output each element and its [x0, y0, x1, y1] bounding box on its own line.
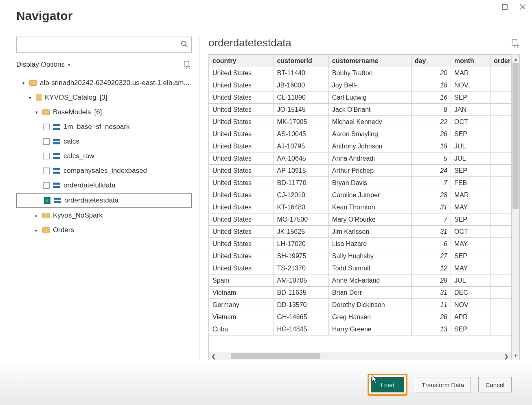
table-cell: [490, 91, 511, 104]
table-icon: [53, 168, 60, 174]
table-cell: CJ-12010: [274, 189, 328, 201]
table-row[interactable]: United StatesBT-11440Bobby Trafton20MAR: [209, 67, 511, 79]
table-cell: [490, 299, 511, 311]
checkbox[interactable]: [43, 168, 50, 174]
close-button[interactable]: [517, 2, 528, 11]
table-row[interactable]: SpainAM-10705Anne McFarland28JUL: [209, 274, 511, 287]
table-cell: JUL: [451, 140, 490, 152]
collapse-icon[interactable]: ▾: [28, 95, 33, 100]
table-cell: OCT: [451, 116, 490, 128]
table-row[interactable]: United StatesTS-21370Todd Sumrall12MAY: [209, 262, 511, 274]
transform-data-button[interactable]: Transform Data: [415, 377, 471, 392]
table-row[interactable]: United StatesAP-10915Arthur Prichep24SEP: [209, 165, 511, 177]
table-cell: FEB: [451, 177, 490, 189]
table-row[interactable]: United StatesKT-16480Kean Thornton31MAY: [209, 201, 511, 213]
tree-table-item[interactable]: orderdatefulldata: [16, 178, 192, 193]
refresh-tree-icon[interactable]: [183, 60, 192, 69]
table-cell: HG-14845: [274, 323, 328, 335]
svg-marker-6: [189, 66, 190, 68]
table-cell: JK-15625: [274, 226, 328, 238]
tree-catalog-label: KYVOS_Catalog: [45, 94, 96, 102]
checkbox[interactable]: [43, 138, 50, 145]
search-icon[interactable]: [177, 40, 191, 50]
table-cell: 18: [411, 79, 451, 91]
expand-icon[interactable]: ▸: [34, 213, 39, 218]
horizontal-scrollbar[interactable]: ❮ ❯: [209, 352, 511, 360]
table-row[interactable]: United StatesSH-19975Sally Hughsby27SEP: [209, 250, 511, 262]
table-row[interactable]: VietnamBD-11635Brian Derr31DEC: [209, 287, 511, 299]
refresh-preview-icon[interactable]: [511, 39, 520, 48]
column-header[interactable]: customerid: [274, 55, 328, 67]
table-row[interactable]: United StatesMO-17500Mary O'Rourke7SEP: [209, 213, 511, 226]
tree-table-item[interactable]: companysales_indexbased: [16, 163, 192, 178]
expand-icon[interactable]: ▸: [34, 228, 39, 233]
tree-table-item[interactable]: calcs_raw: [16, 149, 192, 163]
scroll-left-arrow[interactable]: ❮: [209, 353, 219, 359]
table-cell: NOV: [451, 299, 490, 311]
column-header[interactable]: customername: [328, 55, 411, 67]
vertical-scrollbar[interactable]: ▴ ▾: [511, 54, 519, 360]
left-panel: Display Options ▼ ▾ alb-srinadh20242-624…: [16, 37, 199, 360]
table-row[interactable]: CubaHG-14845Harry Greene13SEP: [209, 323, 511, 335]
tree-root-node[interactable]: ▾ alb-srinadh20242-624920320.us-east-1.e…: [16, 76, 192, 90]
table-row[interactable]: United StatesAA-10645Anna Andreadi5JUL: [209, 152, 511, 165]
table-cell: United States: [209, 104, 274, 116]
scroll-thumb[interactable]: [231, 353, 320, 359]
collapse-icon[interactable]: ▾: [34, 110, 39, 115]
table-cell: Lisa Hazard: [328, 238, 411, 250]
table-row[interactable]: United StatesJB-16000Joy Bell-18NOV: [209, 79, 511, 91]
table-row[interactable]: United StatesAS-10045Aaron Smayling26SEP: [209, 128, 511, 140]
display-options-dropdown[interactable]: Display Options ▼: [16, 61, 71, 69]
table-cell: 11: [411, 299, 451, 311]
cancel-button[interactable]: Cancel: [478, 377, 512, 392]
table-row[interactable]: United StatesBD-11770Bryan Davis7FEB: [209, 177, 511, 189]
table-row[interactable]: United StatesLH-17020Lisa Hazard6MAY: [209, 238, 511, 250]
table-row[interactable]: United StatesCL-11890Carl Ludwig16SEP: [209, 91, 511, 104]
table-row[interactable]: United StatesMK-17905Michael Kennedy22OC…: [209, 116, 511, 128]
column-header[interactable]: country: [209, 55, 274, 67]
column-header[interactable]: day: [411, 55, 451, 67]
table-row[interactable]: United StatesAJ-10795Anthony Johnson18JU…: [209, 140, 511, 152]
checkbox[interactable]: ✓: [44, 197, 50, 204]
svg-marker-8: [517, 44, 519, 46]
table-row[interactable]: GermanyDD-13570Dorothy Dickinson11NOV: [209, 299, 511, 311]
table-row[interactable]: United StatesCJ-12010Caroline Jumper28MA…: [209, 189, 511, 201]
table-cell: [490, 311, 511, 323]
maximize-button[interactable]: [499, 2, 510, 11]
scroll-up-arrow[interactable]: ▴: [512, 56, 519, 62]
scroll-thumb[interactable]: [512, 63, 519, 209]
collapse-icon[interactable]: ▾: [21, 81, 26, 86]
tree-folder-node[interactable]: ▸Kyvos_NoSpark: [16, 208, 192, 223]
table-cell: United States: [209, 177, 274, 189]
window-controls: [499, 2, 528, 11]
tree-basemodels-node[interactable]: ▾ BaseModels [6]: [16, 105, 192, 120]
table-cell: 7: [411, 177, 451, 189]
column-header[interactable]: month: [451, 55, 490, 67]
svg-line-4: [186, 45, 187, 47]
table-cell: [490, 250, 511, 262]
tree-table-item[interactable]: ✓orderdatetestdata: [16, 193, 192, 208]
load-button[interactable]: Load: [371, 377, 404, 392]
table-cell: AS-10045: [274, 128, 328, 140]
scroll-down-arrow[interactable]: ▾: [512, 353, 519, 358]
checkbox[interactable]: [43, 182, 50, 189]
folder-icon: [42, 109, 50, 115]
table-row[interactable]: United StatesJO-15145Jack O'Briant8JAN: [209, 104, 511, 116]
tree-catalog-node[interactable]: ▾ KYVOS_Catalog [3]: [16, 90, 192, 105]
table-row[interactable]: VietnamGH-14665Greg Hansen26APR: [209, 311, 511, 323]
search-box[interactable]: [16, 37, 192, 53]
tree-table-item[interactable]: 1m_base_sf_nospark: [16, 120, 192, 134]
folder-icon: [29, 80, 37, 86]
table-cell: Germany: [209, 299, 274, 311]
column-header[interactable]: order: [490, 55, 511, 67]
tree-table-item[interactable]: calcs: [16, 134, 192, 149]
table-cell: [490, 213, 511, 226]
search-input[interactable]: [17, 40, 177, 50]
table-row[interactable]: United StatesJK-15625Jim Karlsson31OCT: [209, 226, 511, 238]
scroll-right-arrow[interactable]: ❯: [501, 353, 511, 359]
tree-folder-node[interactable]: ▸Orders: [16, 223, 192, 237]
checkbox[interactable]: [43, 153, 50, 159]
table-cell: SEP: [451, 91, 490, 104]
table-cell: Michael Kennedy: [328, 116, 411, 128]
checkbox[interactable]: [43, 124, 50, 130]
